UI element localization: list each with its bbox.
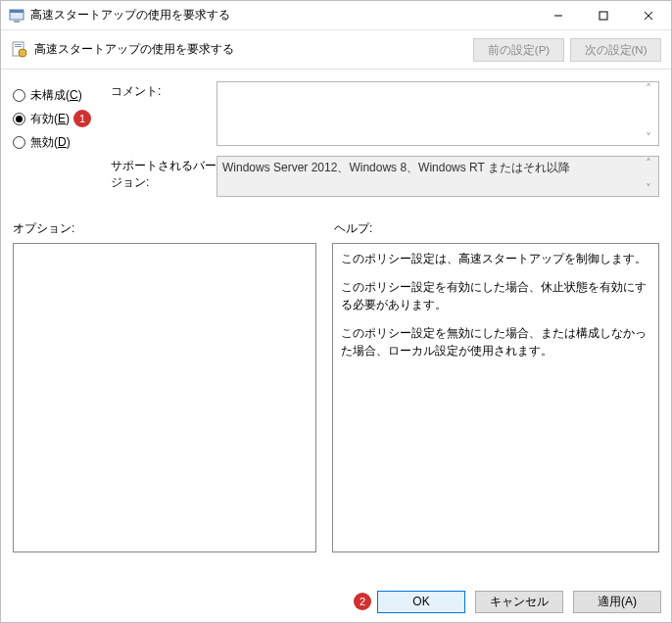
policy-subtitle: 高速スタートアップの使用を要求する xyxy=(34,41,467,58)
supported-row: サポートされるバージョン: Windows Server 2012、Window… xyxy=(111,156,659,197)
lower-section: このポリシー設定は、高速スタートアップを制御します。 このポリシー設定を有効にし… xyxy=(13,243,659,571)
policy-icon xyxy=(11,41,28,59)
radio-label-disabled: 無効(D) xyxy=(30,134,71,151)
comment-row: コメント: ˄ ˅ xyxy=(111,81,659,146)
annotation-marker-2: 2 xyxy=(354,593,371,610)
supported-textarea: Windows Server 2012、Windows 8、Windows RT… xyxy=(216,156,659,197)
help-text-2: このポリシー設定を有効にした場合、休止状態を有効にする必要があります。 xyxy=(341,278,650,314)
footer: 2 OK キャンセル 適用(A) xyxy=(1,581,671,622)
window-title: 高速スタートアップの使用を要求する xyxy=(30,7,536,24)
options-label: オプション: xyxy=(13,220,334,237)
help-text-3: このポリシー設定を無効にした場合、または構成しなかった場合、ローカル設定が使用さ… xyxy=(341,324,650,360)
scroll-down-icon: ˅ xyxy=(641,182,656,196)
radio-label-not-configured: 未構成(C) xyxy=(30,87,82,104)
right-fields: コメント: ˄ ˅ サポートされるバージョン: Windows Server 2… xyxy=(111,81,659,207)
dialog-window: 高速スタートアップの使用を要求する 高速スタートアップの使用を要求する 前の設定… xyxy=(0,0,672,623)
help-panel: このポリシー設定は、高速スタートアップを制御します。 このポリシー設定を有効にし… xyxy=(332,243,659,552)
comment-textarea[interactable]: ˄ ˅ xyxy=(216,81,659,146)
scroll-down-icon: ˅ xyxy=(641,131,656,145)
cancel-button[interactable]: キャンセル xyxy=(475,591,563,613)
svg-rect-2 xyxy=(14,21,20,23)
radio-icon xyxy=(13,136,25,149)
next-setting-button[interactable]: 次の設定(N) xyxy=(570,38,661,62)
svg-rect-4 xyxy=(600,12,607,20)
help-label: ヘルプ: xyxy=(334,220,372,237)
svg-point-10 xyxy=(19,49,26,57)
radio-label-enabled: 有効(E) xyxy=(30,111,70,127)
radio-icon xyxy=(13,89,25,102)
svg-rect-9 xyxy=(15,46,22,47)
upper-section: 未構成(C) 有効(E) 1 無効(D) コメント: xyxy=(13,81,659,207)
apply-button[interactable]: 適用(A) xyxy=(573,591,661,613)
radio-icon xyxy=(13,113,25,125)
scroll-up-icon: ˄ xyxy=(641,82,656,96)
options-panel xyxy=(13,243,316,552)
close-button[interactable] xyxy=(626,1,671,30)
prev-setting-button[interactable]: 前の設定(P) xyxy=(473,38,564,62)
ok-button[interactable]: OK xyxy=(377,591,465,613)
titlebar: 高速スタートアップの使用を要求する xyxy=(1,1,671,30)
annotation-marker-1: 1 xyxy=(73,110,91,127)
radio-not-configured[interactable]: 未構成(C) xyxy=(13,83,111,107)
svg-rect-1 xyxy=(10,10,24,13)
toolbar: 高速スタートアップの使用を要求する 前の設定(P) 次の設定(N) xyxy=(1,30,671,70)
svg-rect-8 xyxy=(15,44,22,45)
radio-enabled[interactable]: 有効(E) 1 xyxy=(13,107,111,130)
content-area: 未構成(C) 有効(E) 1 無効(D) コメント: xyxy=(1,70,671,581)
scroll-up-icon: ˄ xyxy=(641,157,656,170)
minimize-button[interactable] xyxy=(536,1,581,30)
maximize-button[interactable] xyxy=(581,1,626,30)
next-label: 次の設定(N) xyxy=(585,44,648,56)
help-text-1: このポリシー設定は、高速スタートアップを制御します。 xyxy=(341,250,650,268)
comment-label: コメント: xyxy=(111,81,216,146)
radio-disabled[interactable]: 無効(D) xyxy=(13,130,111,154)
mid-labels: オプション: ヘルプ: xyxy=(13,220,659,237)
supported-value: Windows Server 2012、Windows 8、Windows RT… xyxy=(222,161,570,174)
prev-label: 前の設定(P) xyxy=(488,44,550,56)
state-radio-group: 未構成(C) 有効(E) 1 無効(D) xyxy=(13,81,111,207)
supported-label: サポートされるバージョン: xyxy=(111,156,216,197)
app-icon xyxy=(9,8,24,24)
